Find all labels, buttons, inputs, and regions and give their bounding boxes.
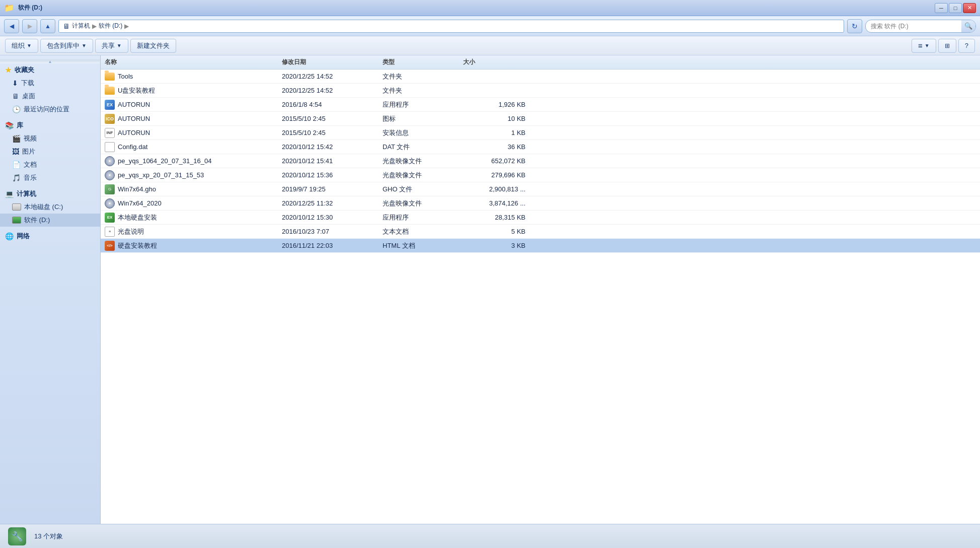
file-date-cell: 2020/10/12 15:42 xyxy=(282,143,383,151)
sidebar-item-desktop[interactable]: 🖥 桌面 xyxy=(0,90,100,103)
file-date-cell: 2015/5/10 2:45 xyxy=(282,115,383,122)
iso-icon: ● xyxy=(105,156,115,166)
file-type-cell: 图标 xyxy=(383,114,463,123)
sidebar-item-video[interactable]: 🎬 视频 xyxy=(0,132,100,145)
library-button[interactable]: 包含到库中 ▼ xyxy=(40,39,93,53)
desktop-label: 桌面 xyxy=(22,92,35,101)
sidebar-item-music[interactable]: 🎵 音乐 xyxy=(0,171,100,184)
table-row[interactable]: EX 本地硬盘安装 2020/10/12 15:30 应用程序 28,315 K… xyxy=(101,211,980,225)
back-button[interactable]: ◀ xyxy=(4,19,19,33)
table-row[interactable]: INF AUTORUN 2015/5/10 2:45 安装信息 1 KB xyxy=(101,126,980,140)
file-name-cell: Tools xyxy=(101,72,282,82)
table-row[interactable]: ≡ 光盘说明 2016/10/23 7:07 文本文档 5 KB xyxy=(101,225,980,239)
table-row[interactable]: ● pe_yqs_1064_20_07_31_16_04 2020/10/12 … xyxy=(101,154,980,168)
doc-icon: 📄 xyxy=(12,161,21,169)
file-type-cell: DAT 文件 xyxy=(383,143,463,152)
forward-button[interactable]: ▶ xyxy=(22,19,37,33)
refresh-button[interactable]: ↻ xyxy=(847,19,862,33)
close-button[interactable]: ✕ xyxy=(963,3,976,13)
table-row[interactable]: ● Win7x64_2020 2020/12/25 11:32 光盘映像文件 3… xyxy=(101,196,980,211)
file-name: Tools xyxy=(118,73,133,80)
file-size-cell: 3 KB xyxy=(463,242,534,249)
downloads-label: 下载 xyxy=(21,79,34,88)
computer-icon: 🖥 xyxy=(63,22,70,30)
file-type-cell: 文件夹 xyxy=(383,86,463,95)
file-size-cell: 1,926 KB xyxy=(463,101,534,108)
col-type-header[interactable]: 类型 xyxy=(383,55,463,69)
col-size-header[interactable]: 大小 xyxy=(463,55,534,69)
drive-d-label: 软件 (D:) xyxy=(24,216,50,225)
file-icon-container: ● xyxy=(105,170,115,180)
sidebar-item-doc[interactable]: 📄 文档 xyxy=(0,158,100,171)
file-name-cell: G Win7x64.gho xyxy=(101,184,282,194)
sidebar-item-drive-d[interactable]: 软件 (D:) xyxy=(0,214,100,227)
table-row[interactable]: U盘安装教程 2020/12/25 14:52 文件夹 xyxy=(101,84,980,98)
file-date-cell: 2016/1/8 4:54 xyxy=(282,101,383,108)
file-name-cell: Config.dat xyxy=(101,142,282,152)
file-type-cell: 应用程序 xyxy=(383,100,463,109)
file-name: AUTORUN xyxy=(118,115,150,122)
table-row[interactable]: G Win7x64.gho 2019/9/7 19:25 GHO 文件 2,90… xyxy=(101,182,980,196)
table-row[interactable]: ICO AUTORUN 2015/5/10 2:45 图标 10 KB xyxy=(101,112,980,126)
title-controls: ─ □ ✕ xyxy=(935,3,976,13)
file-date-cell: 2020/12/25 14:52 xyxy=(282,73,383,80)
new-folder-label: 新建文件夹 xyxy=(137,41,170,50)
network-label: 网络 xyxy=(17,232,30,241)
file-name-cell: U盘安装教程 xyxy=(101,86,282,96)
file-name-cell: </> 硬盘安装教程 xyxy=(101,241,282,251)
change-view-button[interactable]: ⊞ xyxy=(938,39,956,53)
organize-button[interactable]: 组织 ▼ xyxy=(5,39,38,53)
file-icon-container: INF xyxy=(105,128,115,138)
library-label: 包含到库中 xyxy=(47,41,80,50)
status-count: 13 个对象 xyxy=(34,532,63,541)
sidebar-computer-header[interactable]: 💻 计算机 xyxy=(0,187,100,200)
file-name: AUTORUN xyxy=(118,129,150,136)
file-date-cell: 2020/12/25 14:52 xyxy=(282,87,383,94)
refresh-icon: ↻ xyxy=(852,22,858,30)
col-date-header[interactable]: 修改日期 xyxy=(282,55,383,69)
col-size-label: 大小 xyxy=(463,58,475,66)
doc-label: 文档 xyxy=(24,160,37,169)
share-button[interactable]: 共享 ▼ xyxy=(95,39,128,53)
table-row[interactable]: </> 硬盘安装教程 2016/11/21 22:03 HTML 文档 3 KB xyxy=(101,239,980,253)
file-date-cell: 2020/12/25 11:32 xyxy=(282,199,383,207)
table-row[interactable]: Tools 2020/12/25 14:52 文件夹 xyxy=(101,70,980,84)
table-row[interactable]: ● pe_yqs_xp_20_07_31_15_53 2020/10/12 15… xyxy=(101,168,980,182)
maximize-button[interactable]: □ xyxy=(949,3,962,13)
search-button[interactable]: 🔍 xyxy=(961,20,975,33)
sidebar-item-recent[interactable]: 🕒 最近访问的位置 xyxy=(0,103,100,116)
col-name-header[interactable]: 名称 xyxy=(101,55,282,69)
sidebar-favorites-header[interactable]: ★ 收藏夹 xyxy=(0,63,100,77)
status-icon-glyph: 🔧 xyxy=(12,531,23,542)
up-button[interactable]: ▲ xyxy=(40,19,55,33)
view-button[interactable]: ≡ ▼ xyxy=(912,39,936,53)
search-box: 🔍 xyxy=(865,20,976,33)
file-icon-container: ● xyxy=(105,198,115,209)
library-icon: 📚 xyxy=(5,121,14,129)
sidebar-item-downloads[interactable]: ⬇ 下载 xyxy=(0,77,100,90)
dat-icon xyxy=(105,142,115,152)
main-layout: ★ 收藏夹 ⬇ 下载 🖥 桌面 🕒 最近访问的位置 📚 库 � xyxy=(0,55,980,524)
file-name-cell: ICO AUTORUN xyxy=(101,114,282,124)
minimize-button[interactable]: ─ xyxy=(935,3,948,13)
up-icon: ▲ xyxy=(45,23,51,30)
share-label: 共享 xyxy=(102,41,115,50)
search-input[interactable] xyxy=(866,23,961,30)
sidebar-item-drive-c[interactable]: 本地磁盘 (C:) xyxy=(0,200,100,214)
file-icon-container xyxy=(105,142,115,152)
address-path[interactable]: 🖥 计算机 ▶ 软件 (D:) ▶ xyxy=(58,20,844,33)
title-bar: 📁 软件 (D:) ─ □ ✕ xyxy=(0,0,980,16)
table-row[interactable]: Config.dat 2020/10/12 15:42 DAT 文件 36 KB xyxy=(101,140,980,154)
sidebar-library-header[interactable]: 📚 库 xyxy=(0,119,100,132)
music-icon: 🎵 xyxy=(12,174,21,182)
file-name: pe_yqs_1064_20_07_31_16_04 xyxy=(118,157,212,165)
file-date-cell: 2016/10/23 7:07 xyxy=(282,228,383,235)
sidebar-item-picture[interactable]: 🖼 图片 xyxy=(0,145,100,158)
new-folder-button[interactable]: 新建文件夹 xyxy=(130,39,176,53)
help-button[interactable]: ? xyxy=(958,39,975,53)
table-row[interactable]: EX AUTORUN 2016/1/8 4:54 应用程序 1,926 KB xyxy=(101,98,980,112)
share-chevron: ▼ xyxy=(117,43,122,48)
sidebar-network-header[interactable]: 🌐 网络 xyxy=(0,230,100,243)
forward-icon: ▶ xyxy=(28,23,32,30)
file-icon-container: EX xyxy=(105,213,115,223)
